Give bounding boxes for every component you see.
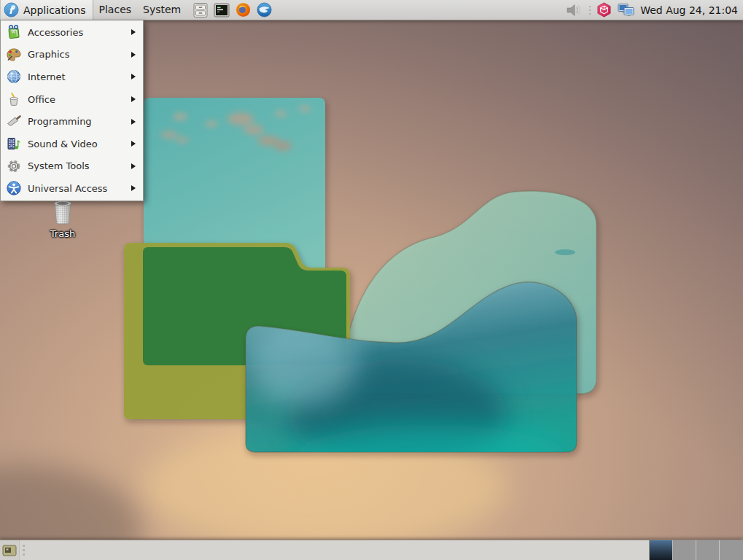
submenu-arrow-icon xyxy=(131,163,136,169)
workspace-1[interactable] xyxy=(650,540,673,560)
applications-menu-label: Applications xyxy=(23,4,86,16)
panel-handle[interactable] xyxy=(20,545,27,556)
show-desktop-button[interactable] xyxy=(0,540,20,560)
tray-separator xyxy=(588,6,591,15)
panel-clock[interactable]: Wed Aug 24, 21:04 xyxy=(640,4,738,16)
menu-item-label: Internet xyxy=(28,71,131,82)
system-tray: Wed Aug 24, 21:04 xyxy=(565,0,743,20)
workspace-4[interactable] xyxy=(720,540,743,560)
file-manager-launcher[interactable] xyxy=(192,1,209,19)
menu-item-programming[interactable]: Programming xyxy=(1,110,143,133)
programming-icon xyxy=(6,114,22,130)
volume-icon[interactable] xyxy=(565,2,583,18)
submenu-arrow-icon xyxy=(131,141,136,147)
menu-item-label: Graphics xyxy=(28,49,131,60)
show-desktop-icon xyxy=(2,544,17,557)
system-menu-button[interactable]: System xyxy=(137,0,187,20)
submenu-arrow-icon xyxy=(131,52,136,58)
bottom-panel xyxy=(0,540,743,560)
menu-item-internet[interactable]: Internet xyxy=(1,66,143,88)
submenu-arrow-icon xyxy=(131,119,136,125)
workspace-switcher xyxy=(649,540,743,560)
package-updates-icon[interactable] xyxy=(596,2,612,18)
sound-video-icon xyxy=(6,136,22,152)
submenu-arrow-icon xyxy=(131,96,136,102)
menu-item-label: System Tools xyxy=(28,160,131,171)
menu-item-label: Programming xyxy=(28,116,131,127)
firefox-icon xyxy=(235,1,252,18)
office-icon xyxy=(6,91,22,107)
applications-menu-button[interactable]: f Applications xyxy=(0,0,93,20)
menu-item-label: Universal Access xyxy=(28,183,131,194)
submenu-arrow-icon xyxy=(131,74,136,79)
menu-item-graphics[interactable]: Graphics xyxy=(1,44,143,66)
network-icon[interactable] xyxy=(617,1,635,18)
terminal-launcher[interactable] xyxy=(213,1,230,19)
system-menu-label: System xyxy=(143,4,181,15)
thunderbird-icon xyxy=(256,1,273,18)
applications-menu: Accessories Graphics xyxy=(0,20,144,201)
trash-label: Trash xyxy=(50,228,75,239)
menu-item-sound-video[interactable]: Sound & Video xyxy=(1,133,143,155)
internet-icon xyxy=(6,69,22,85)
thunderbird-launcher[interactable] xyxy=(255,1,273,19)
universal-access-icon xyxy=(6,180,22,196)
menu-item-accessories[interactable]: Accessories xyxy=(1,21,143,44)
places-menu-button[interactable]: Places xyxy=(93,0,138,20)
graphics-icon xyxy=(6,47,22,63)
firefox-launcher[interactable] xyxy=(234,1,252,19)
file-manager-icon xyxy=(192,1,209,19)
menu-item-label: Office xyxy=(28,94,131,105)
desktop-icon-trash[interactable]: Trash xyxy=(39,197,86,240)
menu-item-office[interactable]: Office xyxy=(1,88,143,111)
terminal-icon xyxy=(213,1,230,19)
system-tools-icon xyxy=(6,158,22,174)
panel-launchers xyxy=(192,0,273,20)
workspace-2[interactable] xyxy=(673,540,696,560)
menu-item-label: Accessories xyxy=(28,27,131,38)
accessories-icon xyxy=(6,24,22,40)
places-menu-label: Places xyxy=(99,4,132,15)
submenu-arrow-icon xyxy=(131,185,136,191)
submenu-arrow-icon xyxy=(131,29,136,35)
trash-icon xyxy=(47,197,78,226)
menu-item-system-tools[interactable]: System Tools xyxy=(1,155,143,178)
workspace-3[interactable] xyxy=(696,540,720,560)
top-panel: f Applications Places System xyxy=(0,0,743,20)
desktop-screen: Trash f Applications Places System xyxy=(0,0,743,560)
menu-item-label: Sound & Video xyxy=(28,139,131,149)
menu-item-universal-access[interactable]: Universal Access xyxy=(1,177,143,200)
fedora-logo-icon: f xyxy=(4,2,19,18)
